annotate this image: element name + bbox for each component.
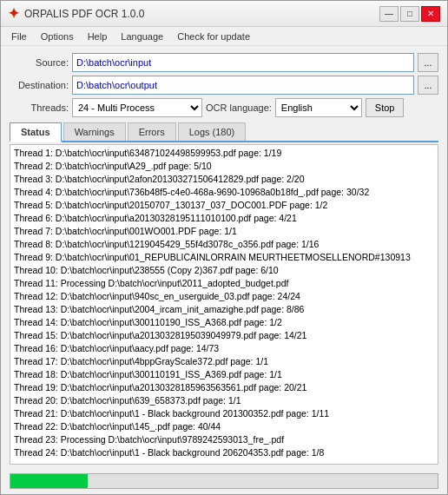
form-area: Source: ... Destination: ... Threads: 24… bbox=[1, 46, 447, 122]
ocr-lang-label: OCR language: bbox=[206, 102, 272, 113]
menu-check-update[interactable]: Check for update bbox=[170, 30, 257, 43]
log-line: Thread 20: D:\batch\ocr\input\639_658373… bbox=[14, 394, 434, 407]
threads-label: Threads: bbox=[10, 102, 69, 113]
menu-bar: File Options Help Language Check for upd… bbox=[1, 27, 447, 46]
log-line: Thread 8: D:\batch\ocr\input\1219045429_… bbox=[14, 238, 434, 251]
log-line: Thread 4: D:\batch\ocr\input\736b48f5-c4… bbox=[14, 186, 434, 199]
progress-area bbox=[1, 470, 447, 494]
title-bar: ✦ ORPALIS PDF OCR 1.0.0 — □ ✕ bbox=[1, 1, 447, 27]
progress-bar-inner bbox=[10, 474, 88, 488]
menu-language[interactable]: Language bbox=[114, 30, 170, 43]
tab-logs[interactable]: Logs (180) bbox=[178, 122, 247, 141]
tabs-area: Status Warnings Errors Logs (180) bbox=[1, 122, 447, 142]
menu-help[interactable]: Help bbox=[81, 30, 115, 43]
threads-select[interactable]: 24 - Multi Process bbox=[72, 98, 202, 117]
log-line: Thread 23: Processing D:\batch\ocr\input… bbox=[14, 433, 434, 446]
log-line: Thread 18: D:\batch\ocr\input\300110191_… bbox=[14, 368, 434, 381]
log-line: Thread 19: D:\batch\ocr\input\a201303281… bbox=[14, 381, 434, 394]
title-bar-left: ✦ ORPALIS PDF OCR 1.0.0 bbox=[8, 5, 145, 22]
log-line: Thread 5: D:\batch\ocr\input\20150707_13… bbox=[14, 199, 434, 212]
tab-status[interactable]: Status bbox=[10, 122, 62, 142]
log-line: Thread 10: D:\batch\ocr\input\238555 (Co… bbox=[14, 264, 434, 277]
title-buttons: — □ ✕ bbox=[379, 6, 440, 22]
progress-bar-outer bbox=[10, 473, 438, 489]
log-line: Thread 16: D:\batch\ocr\input\aacy.pdf p… bbox=[14, 342, 434, 355]
log-line: Thread 6: D:\batch\ocr\input\a2013032819… bbox=[14, 212, 434, 225]
maximize-button[interactable]: □ bbox=[400, 6, 419, 22]
dest-row: Destination: ... bbox=[10, 76, 438, 95]
log-line: Thread 11: Processing D:\batch\ocr\input… bbox=[14, 277, 434, 290]
log-line: Thread 14: D:\batch\ocr\input\300110190_… bbox=[14, 316, 434, 329]
app-icon: ✦ bbox=[8, 5, 19, 22]
menu-file[interactable]: File bbox=[4, 30, 34, 43]
window-title: ORPALIS PDF OCR 1.0.0 bbox=[24, 8, 145, 20]
log-line: Thread 3: D:\batch\ocr\input\2afon201303… bbox=[14, 173, 434, 186]
dest-input[interactable] bbox=[72, 76, 414, 95]
log-line: Thread 15: D:\batch\ocr\input\a201303281… bbox=[14, 329, 434, 342]
log-line: Thread 13: D:\batch\ocr\input\2004_ircam… bbox=[14, 303, 434, 316]
menu-options[interactable]: Options bbox=[34, 30, 81, 43]
log-line: Thread 2: D:\batch\ocr\input\A29_.pdf pa… bbox=[14, 160, 434, 173]
log-line: Thread 24: D:\batch\ocr\input\1 - Black … bbox=[14, 446, 434, 459]
source-browse-button[interactable]: ... bbox=[418, 53, 438, 72]
log-line: Thread 1: D:\batch\ocr\input\63487102449… bbox=[14, 147, 434, 160]
minimize-button[interactable]: — bbox=[379, 6, 399, 22]
lang-select[interactable]: English bbox=[275, 98, 362, 117]
log-line: Thread 7: D:\batch\ocr\input\001WO001.PD… bbox=[14, 225, 434, 238]
tabs-row: Status Warnings Errors Logs (180) bbox=[10, 122, 438, 142]
log-line: Thread 22: D:\batch\ocr\input\145_.pdf p… bbox=[14, 420, 434, 433]
log-line: Thread 12: D:\batch\ocr\input\940sc_en_u… bbox=[14, 290, 434, 303]
log-line: Thread 17: D:\batch\ocr\input\4bppGraySc… bbox=[14, 355, 434, 368]
tab-errors[interactable]: Errors bbox=[128, 122, 176, 141]
main-window: ✦ ORPALIS PDF OCR 1.0.0 — □ ✕ File Optio… bbox=[0, 0, 448, 495]
threads-row: Threads: 24 - Multi Process OCR language… bbox=[10, 98, 438, 117]
source-input[interactable] bbox=[72, 53, 414, 72]
log-line: Thread 9: D:\batch\ocr\input\01_REPUBLIC… bbox=[14, 251, 434, 264]
log-line: Thread 21: D:\batch\ocr\input\1 - Black … bbox=[14, 407, 434, 420]
stop-button[interactable]: Stop bbox=[366, 98, 405, 117]
source-label: Source: bbox=[10, 57, 69, 68]
dest-label: Destination: bbox=[10, 80, 69, 90]
log-area: Thread 1: D:\batch\ocr\input\63487102449… bbox=[10, 144, 438, 465]
tab-warnings[interactable]: Warnings bbox=[63, 122, 126, 141]
dest-browse-button[interactable]: ... bbox=[418, 76, 438, 95]
source-row: Source: ... bbox=[10, 53, 438, 72]
close-button[interactable]: ✕ bbox=[421, 6, 440, 22]
